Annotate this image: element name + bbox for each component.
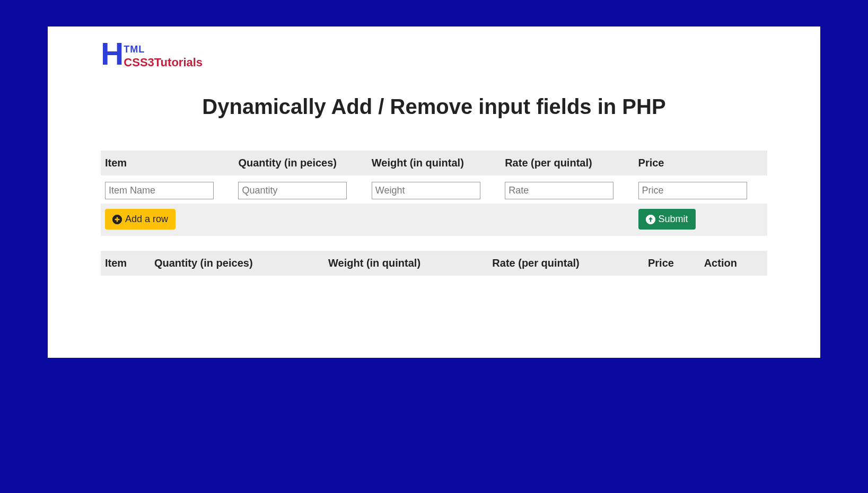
page-container: H TML CSS3Tutorials Dynamically Add / Re… bbox=[48, 27, 820, 358]
display-header-rate: Rate (per quintal) bbox=[488, 251, 644, 276]
header-price: Price bbox=[634, 151, 767, 175]
plus-circle-icon bbox=[112, 215, 122, 224]
input-form-table: Item Quantity (in peices) Weight (in qui… bbox=[101, 151, 767, 251]
header-weight: Weight (in quintal) bbox=[367, 151, 501, 175]
price-input[interactable] bbox=[638, 182, 747, 199]
gap-row bbox=[101, 236, 767, 251]
display-header-item: Item bbox=[101, 251, 150, 276]
add-row-button[interactable]: Add a row bbox=[105, 209, 176, 230]
form-action-row: Add a row Submit bbox=[101, 204, 767, 236]
weight-input[interactable] bbox=[372, 182, 480, 199]
submit-label: Submit bbox=[659, 214, 688, 225]
logo-text-stack: TML CSS3Tutorials bbox=[124, 45, 203, 68]
item-name-input[interactable] bbox=[105, 182, 214, 199]
submit-button[interactable]: Submit bbox=[638, 209, 696, 230]
logo: H TML CSS3Tutorials bbox=[101, 40, 767, 68]
display-header-row: Item Quantity (in peices) Weight (in qui… bbox=[101, 251, 767, 276]
rate-input[interactable] bbox=[505, 182, 613, 199]
add-row-label: Add a row bbox=[125, 214, 168, 225]
display-header-price: Price bbox=[644, 251, 700, 276]
display-table: Item Quantity (in peices) Weight (in qui… bbox=[101, 251, 767, 276]
quantity-input[interactable] bbox=[238, 182, 347, 199]
page-title: Dynamically Add / Remove input fields in… bbox=[101, 95, 767, 119]
logo-tml: TML bbox=[124, 45, 203, 54]
logo-letter: H bbox=[101, 40, 124, 68]
form-header-row: Item Quantity (in peices) Weight (in qui… bbox=[101, 151, 767, 175]
display-header-action: Action bbox=[700, 251, 767, 276]
logo-css3: CSS3Tutorials bbox=[124, 57, 203, 68]
arrow-up-circle-icon bbox=[646, 215, 655, 224]
header-item: Item bbox=[101, 151, 234, 175]
display-header-weight: Weight (in quintal) bbox=[324, 251, 488, 276]
display-header-quantity: Quantity (in peices) bbox=[150, 251, 324, 276]
header-quantity: Quantity (in peices) bbox=[234, 151, 367, 175]
logo-section: H TML CSS3Tutorials bbox=[101, 40, 767, 68]
form-input-row bbox=[101, 175, 767, 204]
header-rate: Rate (per quintal) bbox=[501, 151, 634, 175]
